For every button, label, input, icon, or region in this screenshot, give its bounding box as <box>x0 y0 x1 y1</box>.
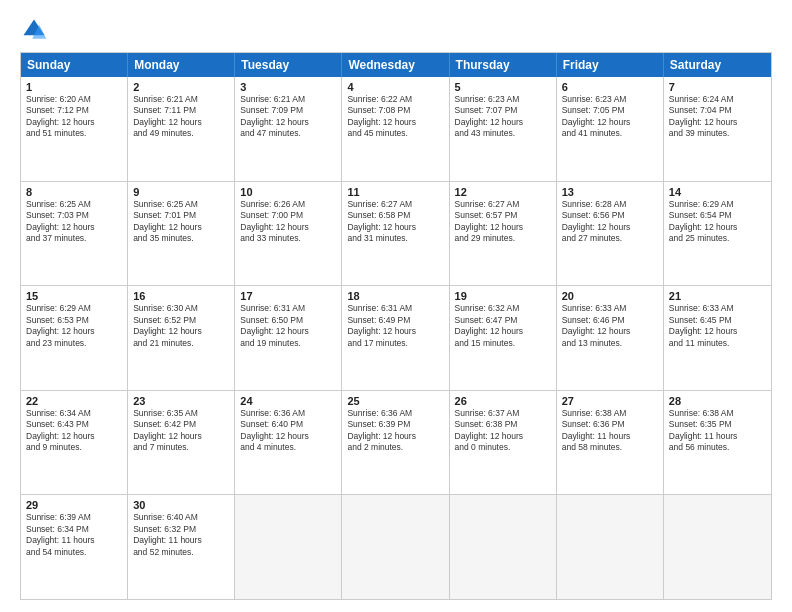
weekday-header: Tuesday <box>235 53 342 77</box>
day-number: 10 <box>240 186 336 198</box>
day-number: 14 <box>669 186 766 198</box>
day-number: 30 <box>133 499 229 511</box>
day-number: 25 <box>347 395 443 407</box>
calendar-cell: 20Sunrise: 6:33 AM Sunset: 6:46 PM Dayli… <box>557 286 664 390</box>
day-number: 21 <box>669 290 766 302</box>
day-number: 6 <box>562 81 658 93</box>
day-number: 28 <box>669 395 766 407</box>
weekday-header: Saturday <box>664 53 771 77</box>
day-info: Sunrise: 6:34 AM Sunset: 6:43 PM Dayligh… <box>26 408 122 454</box>
day-number: 9 <box>133 186 229 198</box>
day-number: 27 <box>562 395 658 407</box>
day-info: Sunrise: 6:33 AM Sunset: 6:46 PM Dayligh… <box>562 303 658 349</box>
calendar: SundayMondayTuesdayWednesdayThursdayFrid… <box>20 52 772 600</box>
day-info: Sunrise: 6:29 AM Sunset: 6:54 PM Dayligh… <box>669 199 766 245</box>
calendar-body: 1Sunrise: 6:20 AM Sunset: 7:12 PM Daylig… <box>21 77 771 599</box>
logo <box>20 16 52 44</box>
calendar-cell: 4Sunrise: 6:22 AM Sunset: 7:08 PM Daylig… <box>342 77 449 181</box>
calendar-cell: 7Sunrise: 6:24 AM Sunset: 7:04 PM Daylig… <box>664 77 771 181</box>
calendar-cell: 25Sunrise: 6:36 AM Sunset: 6:39 PM Dayli… <box>342 391 449 495</box>
day-number: 1 <box>26 81 122 93</box>
calendar-cell: 16Sunrise: 6:30 AM Sunset: 6:52 PM Dayli… <box>128 286 235 390</box>
day-info: Sunrise: 6:20 AM Sunset: 7:12 PM Dayligh… <box>26 94 122 140</box>
calendar-cell <box>235 495 342 599</box>
day-info: Sunrise: 6:23 AM Sunset: 7:05 PM Dayligh… <box>562 94 658 140</box>
calendar-cell: 11Sunrise: 6:27 AM Sunset: 6:58 PM Dayli… <box>342 182 449 286</box>
day-number: 4 <box>347 81 443 93</box>
calendar-cell <box>342 495 449 599</box>
calendar-cell <box>450 495 557 599</box>
day-info: Sunrise: 6:21 AM Sunset: 7:11 PM Dayligh… <box>133 94 229 140</box>
day-number: 20 <box>562 290 658 302</box>
day-info: Sunrise: 6:31 AM Sunset: 6:49 PM Dayligh… <box>347 303 443 349</box>
day-info: Sunrise: 6:33 AM Sunset: 6:45 PM Dayligh… <box>669 303 766 349</box>
day-info: Sunrise: 6:21 AM Sunset: 7:09 PM Dayligh… <box>240 94 336 140</box>
day-number: 15 <box>26 290 122 302</box>
calendar-cell: 28Sunrise: 6:38 AM Sunset: 6:35 PM Dayli… <box>664 391 771 495</box>
day-info: Sunrise: 6:28 AM Sunset: 6:56 PM Dayligh… <box>562 199 658 245</box>
day-number: 7 <box>669 81 766 93</box>
calendar-cell: 17Sunrise: 6:31 AM Sunset: 6:50 PM Dayli… <box>235 286 342 390</box>
day-number: 8 <box>26 186 122 198</box>
calendar-cell: 5Sunrise: 6:23 AM Sunset: 7:07 PM Daylig… <box>450 77 557 181</box>
day-info: Sunrise: 6:27 AM Sunset: 6:58 PM Dayligh… <box>347 199 443 245</box>
day-info: Sunrise: 6:30 AM Sunset: 6:52 PM Dayligh… <box>133 303 229 349</box>
day-info: Sunrise: 6:40 AM Sunset: 6:32 PM Dayligh… <box>133 512 229 558</box>
calendar-cell: 23Sunrise: 6:35 AM Sunset: 6:42 PM Dayli… <box>128 391 235 495</box>
day-info: Sunrise: 6:27 AM Sunset: 6:57 PM Dayligh… <box>455 199 551 245</box>
calendar-cell: 1Sunrise: 6:20 AM Sunset: 7:12 PM Daylig… <box>21 77 128 181</box>
calendar-cell: 6Sunrise: 6:23 AM Sunset: 7:05 PM Daylig… <box>557 77 664 181</box>
day-info: Sunrise: 6:32 AM Sunset: 6:47 PM Dayligh… <box>455 303 551 349</box>
day-info: Sunrise: 6:25 AM Sunset: 7:03 PM Dayligh… <box>26 199 122 245</box>
calendar-cell: 13Sunrise: 6:28 AM Sunset: 6:56 PM Dayli… <box>557 182 664 286</box>
day-info: Sunrise: 6:36 AM Sunset: 6:39 PM Dayligh… <box>347 408 443 454</box>
calendar-cell: 26Sunrise: 6:37 AM Sunset: 6:38 PM Dayli… <box>450 391 557 495</box>
day-number: 22 <box>26 395 122 407</box>
day-number: 24 <box>240 395 336 407</box>
day-info: Sunrise: 6:35 AM Sunset: 6:42 PM Dayligh… <box>133 408 229 454</box>
day-number: 19 <box>455 290 551 302</box>
calendar-cell: 2Sunrise: 6:21 AM Sunset: 7:11 PM Daylig… <box>128 77 235 181</box>
calendar-cell: 12Sunrise: 6:27 AM Sunset: 6:57 PM Dayli… <box>450 182 557 286</box>
day-number: 17 <box>240 290 336 302</box>
day-number: 16 <box>133 290 229 302</box>
weekday-header: Monday <box>128 53 235 77</box>
day-info: Sunrise: 6:25 AM Sunset: 7:01 PM Dayligh… <box>133 199 229 245</box>
calendar-cell: 14Sunrise: 6:29 AM Sunset: 6:54 PM Dayli… <box>664 182 771 286</box>
calendar-row: 29Sunrise: 6:39 AM Sunset: 6:34 PM Dayli… <box>21 495 771 599</box>
day-info: Sunrise: 6:37 AM Sunset: 6:38 PM Dayligh… <box>455 408 551 454</box>
day-number: 3 <box>240 81 336 93</box>
calendar-row: 1Sunrise: 6:20 AM Sunset: 7:12 PM Daylig… <box>21 77 771 182</box>
calendar-cell: 15Sunrise: 6:29 AM Sunset: 6:53 PM Dayli… <box>21 286 128 390</box>
calendar-cell: 30Sunrise: 6:40 AM Sunset: 6:32 PM Dayli… <box>128 495 235 599</box>
calendar-cell <box>664 495 771 599</box>
calendar-cell: 24Sunrise: 6:36 AM Sunset: 6:40 PM Dayli… <box>235 391 342 495</box>
page: SundayMondayTuesdayWednesdayThursdayFrid… <box>0 0 792 612</box>
day-info: Sunrise: 6:23 AM Sunset: 7:07 PM Dayligh… <box>455 94 551 140</box>
calendar-cell: 10Sunrise: 6:26 AM Sunset: 7:00 PM Dayli… <box>235 182 342 286</box>
calendar-cell: 29Sunrise: 6:39 AM Sunset: 6:34 PM Dayli… <box>21 495 128 599</box>
calendar-cell: 18Sunrise: 6:31 AM Sunset: 6:49 PM Dayli… <box>342 286 449 390</box>
calendar-header: SundayMondayTuesdayWednesdayThursdayFrid… <box>21 53 771 77</box>
calendar-row: 15Sunrise: 6:29 AM Sunset: 6:53 PM Dayli… <box>21 286 771 391</box>
weekday-header: Sunday <box>21 53 128 77</box>
day-info: Sunrise: 6:26 AM Sunset: 7:00 PM Dayligh… <box>240 199 336 245</box>
calendar-cell: 22Sunrise: 6:34 AM Sunset: 6:43 PM Dayli… <box>21 391 128 495</box>
day-info: Sunrise: 6:31 AM Sunset: 6:50 PM Dayligh… <box>240 303 336 349</box>
day-number: 11 <box>347 186 443 198</box>
day-number: 2 <box>133 81 229 93</box>
calendar-row: 8Sunrise: 6:25 AM Sunset: 7:03 PM Daylig… <box>21 182 771 287</box>
calendar-cell: 21Sunrise: 6:33 AM Sunset: 6:45 PM Dayli… <box>664 286 771 390</box>
weekday-header: Wednesday <box>342 53 449 77</box>
header <box>20 16 772 44</box>
calendar-cell: 9Sunrise: 6:25 AM Sunset: 7:01 PM Daylig… <box>128 182 235 286</box>
day-number: 5 <box>455 81 551 93</box>
day-info: Sunrise: 6:24 AM Sunset: 7:04 PM Dayligh… <box>669 94 766 140</box>
day-info: Sunrise: 6:29 AM Sunset: 6:53 PM Dayligh… <box>26 303 122 349</box>
day-info: Sunrise: 6:39 AM Sunset: 6:34 PM Dayligh… <box>26 512 122 558</box>
day-info: Sunrise: 6:22 AM Sunset: 7:08 PM Dayligh… <box>347 94 443 140</box>
calendar-cell: 19Sunrise: 6:32 AM Sunset: 6:47 PM Dayli… <box>450 286 557 390</box>
calendar-cell: 27Sunrise: 6:38 AM Sunset: 6:36 PM Dayli… <box>557 391 664 495</box>
logo-icon <box>20 16 48 44</box>
day-info: Sunrise: 6:36 AM Sunset: 6:40 PM Dayligh… <box>240 408 336 454</box>
